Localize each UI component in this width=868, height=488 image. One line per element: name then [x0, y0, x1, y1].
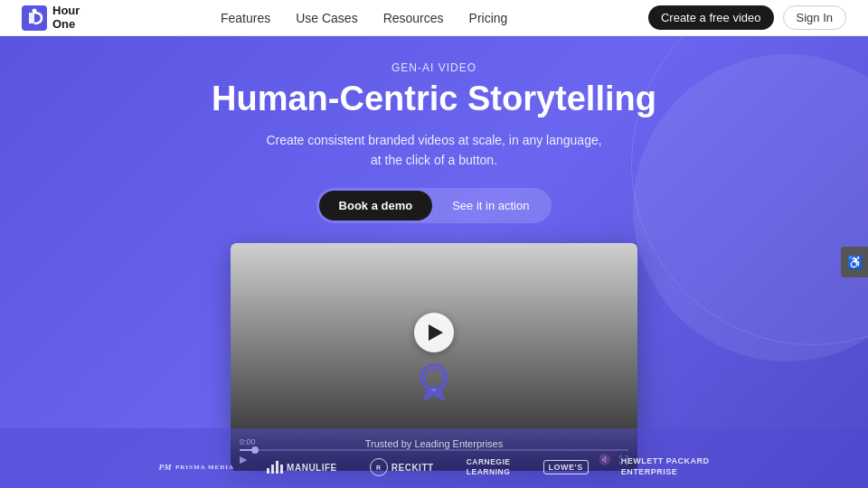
logo-icon: [22, 5, 47, 31]
svg-point-1: [33, 8, 37, 13]
navbar: Hour One Features Use Cases Resources Pr…: [0, 0, 868, 36]
logo-carnegie-learning: CARNEGIELEARNING: [467, 457, 511, 477]
hero-section: GEN-AI VIDEO Human-Centric Storytelling …: [0, 36, 868, 488]
see-in-action-button[interactable]: See it in action: [432, 191, 549, 221]
accessibility-button[interactable]: ♿: [841, 247, 868, 277]
logo-text: Hour One: [52, 5, 80, 31]
nav-features[interactable]: Features: [221, 11, 270, 25]
play-icon: [429, 324, 443, 341]
sign-in-button[interactable]: Sign In: [783, 5, 846, 30]
book-demo-button[interactable]: Book a demo: [319, 191, 433, 221]
lowes-badge-icon: LOWE'S: [543, 460, 589, 474]
nav-use-cases[interactable]: Use Cases: [296, 11, 357, 25]
trusted-logos: PM PRISMA MEDIA Manulife R reckitt: [159, 456, 710, 477]
logo-manulife: Manulife: [267, 461, 337, 474]
hero-title: Human-Centric Storytelling: [212, 80, 656, 119]
play-button[interactable]: [414, 313, 454, 352]
reckitt-circle-icon: R: [370, 458, 388, 476]
logo[interactable]: Hour One: [22, 5, 80, 31]
nav-pricing[interactable]: Pricing: [469, 11, 508, 25]
logo-lowes: LOWE'S: [543, 460, 589, 474]
navbar-actions: Create a free video Sign In: [648, 5, 846, 30]
award-badge: [418, 361, 450, 401]
logo-reckitt: R reckitt: [370, 458, 434, 476]
trusted-label: Trusted by Leading Enterprises: [365, 438, 503, 449]
nav-resources[interactable]: Resources: [383, 11, 444, 25]
hero-cta-group: Book a demo See it in action: [316, 188, 552, 223]
svg-point-3: [425, 369, 443, 387]
manulife-bars-icon: [267, 461, 283, 474]
logo-hpe: Hewlett PackardEnterprise: [621, 456, 710, 477]
hero-subtitle: Create consistent branded videos at scal…: [266, 130, 601, 171]
trusted-bar: Trusted by Leading Enterprises PM PRISMA…: [0, 428, 868, 488]
nav-links: Features Use Cases Resources Pricing: [221, 11, 507, 25]
create-free-video-button[interactable]: Create a free video: [648, 5, 774, 30]
logo-prisma-media: PM PRISMA MEDIA: [159, 463, 235, 472]
hero-eyebrow: GEN-AI VIDEO: [392, 61, 476, 74]
